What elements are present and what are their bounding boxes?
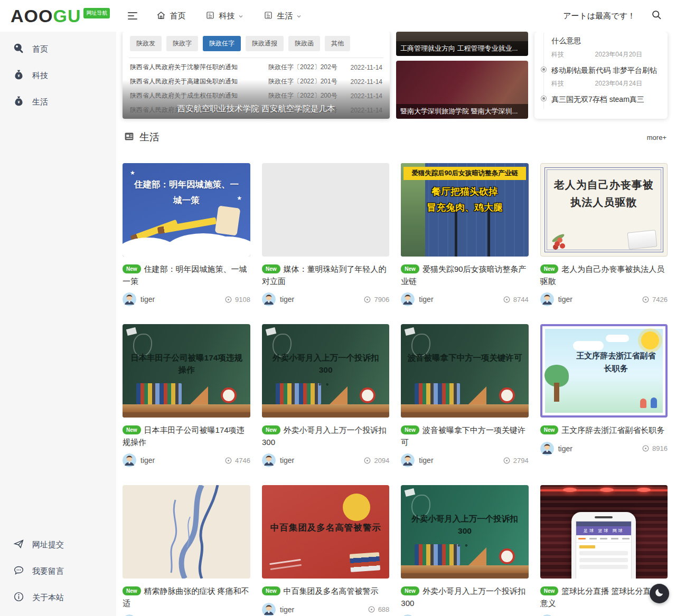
gov-tabs: 陕政发 陕政字 陕政任字 陕政通报 陕政函 其他 <box>130 36 382 51</box>
card-thumbnail[interactable]: 波音被曝拿下中方一项关键许可 <box>401 324 528 418</box>
video-card[interactable]: 暨南大学深圳旅游学院 暨南大学深圳... <box>396 61 528 119</box>
author-name[interactable]: tiger <box>558 444 572 453</box>
video-column: 工商管理就业方向 工程管理专业就业... 暨南大学深圳旅游学院 暨南大学深圳..… <box>396 32 528 119</box>
gov-tab[interactable]: 陕政字 <box>166 36 198 51</box>
author-name[interactable]: tiger <box>140 456 155 465</box>
card-thumbnail[interactable] <box>262 163 389 257</box>
sidebar-item-home[interactable]: 首页 <box>0 36 116 62</box>
overlay-title: 西安航空职业技术学院 西安航空学院是几本 <box>177 103 335 119</box>
alarm-clock-shape <box>221 387 237 403</box>
sidebar-item-tech[interactable]: ¥ 科技 <box>0 62 116 89</box>
card-thumbnail[interactable]: 爱猫失踪后90后女孩暗访整条产业链 餐厅把猫头砍掉 冒充兔肉、鸡大腿 <box>401 163 528 257</box>
card-title[interactable]: New外卖小哥月入上万一个投诉扣300 <box>262 424 389 448</box>
author-name[interactable]: tiger <box>419 295 433 304</box>
author-name[interactable]: tiger <box>140 295 155 304</box>
article-card[interactable]: 老人为自己办丧事被执法人员驱散 New老人为自己办丧事被执法人员驱散 tiger… <box>540 163 668 306</box>
books-shape <box>350 552 380 572</box>
menu-icon[interactable] <box>128 12 137 20</box>
article-card[interactable]: 爱猫失踪后90后女孩暗访整条产业链 餐厅把猫头砍掉 冒充兔肉、鸡大腿 New爱猫… <box>401 163 528 306</box>
new-badge: New <box>123 425 141 434</box>
sidebar-item-label: 首页 <box>32 44 48 54</box>
card-title[interactable]: New中百集团及多名高管被警示 <box>262 585 389 598</box>
gov-row[interactable]: 陕西省人民政府关于沈黎萍任职的通知 陕政任字〔2022〕202号 2022-11… <box>130 60 382 74</box>
card-title[interactable]: New老人为自己办丧事被执法人员驱散 <box>540 263 668 287</box>
card-title-text: 外卖小哥月入上万一个投诉扣300 <box>401 586 525 608</box>
card-thumbnail[interactable]: 外卖小哥月入上万一个投诉扣300。。 <box>262 324 389 418</box>
timeline-item[interactable]: 真三国无双7存档 steam真三 <box>551 91 660 109</box>
card-title-text: 日本丰田子公司被曝174项违规操作 <box>123 425 245 447</box>
article-card[interactable]: 足球 篮球 网球 New篮球比分直播 篮球比分直播的意义 tiger <box>540 485 668 616</box>
author-name[interactable]: tiger <box>419 456 433 465</box>
avatar[interactable] <box>123 453 136 467</box>
author-name[interactable]: tiger <box>280 295 294 304</box>
article-card[interactable]: New媒体：董明珠站到了年轻人的对立面 tiger 7906 <box>262 163 389 306</box>
card-thumbnail[interactable]: 外卖小哥月入上万一个投诉扣300。。 <box>401 485 528 579</box>
avatar[interactable] <box>123 292 136 306</box>
new-badge: New <box>540 586 559 595</box>
timeline-item[interactable]: 移动刷钻最新代码 非梦平台刷钻 科技 2023年04月24日 <box>551 62 660 92</box>
gov-notice-card[interactable]: 陕政发 陕政字 陕政任字 陕政通报 陕政函 其他 陕西省人民政府关于沈黎萍任职的… <box>123 32 390 119</box>
avatar[interactable] <box>540 292 554 306</box>
dark-mode-toggle[interactable] <box>650 584 669 603</box>
sidebar-item-leave-message[interactable]: 我要留言 <box>0 558 116 584</box>
alarm-clock-shape <box>499 387 515 403</box>
article-card[interactable]: 波音被曝拿下中方一项关键许可 New波音被曝拿下中方一项关键许可 tiger 2… <box>401 324 528 467</box>
sidebar-item-label: 网址提交 <box>32 540 64 550</box>
article-card[interactable]: 王文序辞去浙江省副省长职务 New王文序辞去浙江省副省长职务 tiger 891… <box>540 324 668 467</box>
author-name[interactable]: tiger <box>558 295 572 304</box>
gov-tab[interactable]: 陕政发 <box>130 36 162 51</box>
timeline-card: 什么意思 科技 2023年04月20日 移动刷钻最新代码 非梦平台刷钻 科技 2… <box>534 32 668 119</box>
phone-shape: 足球 篮球 网球 <box>571 512 636 579</box>
card-thumbnail[interactable]: 中百集团及多名高管被警示 <box>262 485 389 579</box>
nav-item-home[interactable]: 首页 <box>156 11 185 22</box>
article-card[interactable]: New精索静脉曲张的症状 疼痛和不适 tiger <box>123 485 250 616</box>
card-title[interactable]: New精索静脉曲张的症状 疼痛和不适 <box>123 585 250 609</box>
search-icon[interactable] <box>651 10 662 23</box>
card-thumbnail[interactable]: 老人为自己办丧事被执法人员驱散 <box>540 163 668 257</box>
article-card[interactable]: 外卖小哥月入上万一个投诉扣300。。 New外卖小哥月入上万一个投诉扣300 t… <box>401 485 528 616</box>
card-thumbnail[interactable]: 王文序辞去浙江省副省长职务 <box>540 324 668 418</box>
avatar[interactable] <box>262 292 276 306</box>
sidebar-item-life[interactable]: ¥ 生活 <box>0 89 116 115</box>
nav-item-tech[interactable]: 科技 <box>205 11 243 22</box>
gov-tab[interactable]: 陕政函 <box>288 36 320 51</box>
card-thumbnail[interactable]: 日本丰田子公司被曝174项违规操作 <box>123 324 250 418</box>
card-title[interactable]: New篮球比分直播 篮球比分直播的意义 <box>540 585 668 609</box>
article-card[interactable]: 住建部：明年因城施策、一城一策 ★ ★ New住建部：明年因城施策、一城一策 t… <box>123 163 250 306</box>
gov-tab[interactable]: 其他 <box>325 36 350 51</box>
card-title[interactable]: New爱猫失踪90后女孩暗访整条产业链 <box>401 263 528 287</box>
paper-plane-icon <box>13 538 24 551</box>
card-title-text: 老人为自己办丧事被执法人员驱散 <box>540 264 665 286</box>
gov-tab[interactable]: 陕政通报 <box>246 36 284 51</box>
chalk-note-shape <box>266 327 276 336</box>
video-card[interactable]: 工商管理就业方向 工程管理专业就业... <box>396 32 528 56</box>
author-name[interactable]: tiger <box>280 456 294 465</box>
timeline-item[interactable]: 什么意思 科技 2023年04月20日 <box>551 33 660 62</box>
sidebar-item-about[interactable]: 关于本站 <box>0 584 116 611</box>
card-title[interactable]: New住建部：明年因城施策、一城一策 <box>123 263 250 287</box>
avatar[interactable] <box>401 292 415 306</box>
more-link[interactable]: more+ <box>647 134 666 141</box>
card-thumbnail[interactable]: 住建部：明年因城施策、一城一策 ★ ★ <box>123 163 250 257</box>
avatar[interactable] <box>262 453 276 467</box>
sidebar-item-submit-url[interactable]: 网址提交 <box>0 532 116 558</box>
article-card[interactable]: 外卖小哥月入上万一个投诉扣300。。 New外卖小哥月入上万一个投诉扣300 t… <box>262 324 389 467</box>
card-title[interactable]: New王文序辞去浙江省副省长职务 <box>540 424 668 437</box>
card-title[interactable]: New日本丰田子公司被曝174项违规操作 <box>123 424 250 448</box>
card-title[interactable]: New波音被曝拿下中方一项关键许可 <box>401 424 528 448</box>
author-name[interactable]: tiger <box>280 605 294 614</box>
article-card[interactable]: 日本丰田子公司被曝174项违规操作 New日本丰田子公司被曝174项违规操作 t… <box>123 324 250 467</box>
article-card[interactable]: 中百集团及多名高管被警示 New中百集团及多名高管被警示 tiger 688 <box>262 485 389 616</box>
shelf-shape <box>401 404 528 412</box>
avatar[interactable] <box>540 442 554 456</box>
gov-tab-active[interactable]: 陕政任字 <box>203 36 241 51</box>
card-title[interactable]: New媒体：董明珠站到了年轻人的对立面 <box>262 263 389 287</box>
avatar[interactable] <box>401 453 415 467</box>
card-thumbnail[interactable] <box>123 485 250 579</box>
top-nav: 首页 科技 生活 <box>156 11 302 22</box>
site-logo[interactable]: AOOGU 网址导航 <box>11 7 110 25</box>
card-thumbnail[interactable]: 足球 篮球 网球 <box>540 485 668 579</box>
avatar[interactable] <box>262 603 276 616</box>
nav-item-life[interactable]: 生活 <box>264 11 302 22</box>
card-title[interactable]: New外卖小哥月入上万一个投诉扣300 <box>401 585 528 609</box>
